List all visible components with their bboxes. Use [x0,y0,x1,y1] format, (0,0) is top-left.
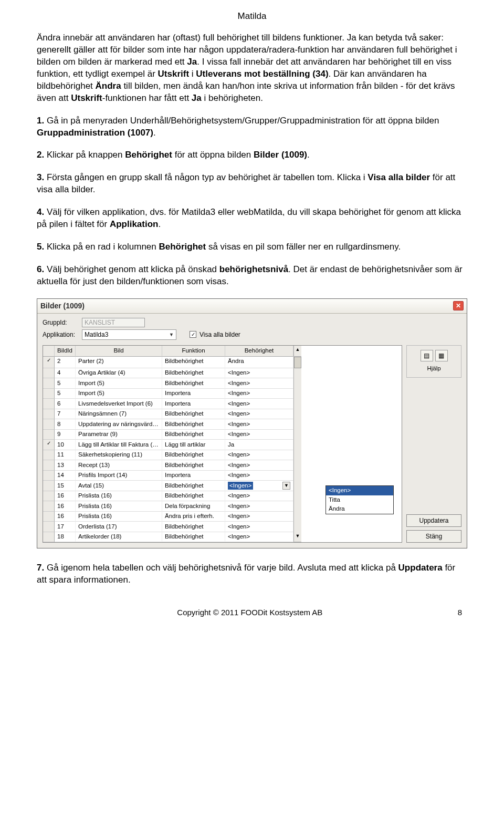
step-num: 6. [37,264,44,274]
titlebar: Bilder (1009) ✕ [37,299,467,314]
scrollbar-track[interactable] [293,409,301,420]
scrollbar-track[interactable] [293,389,301,399]
cell-behorighet-selected[interactable]: <Ingen>▼ [225,481,293,491]
cell-behorighet[interactable]: <Ingen> [225,430,293,440]
checkbox-icon: ✓ [190,331,196,338]
dd-option-titta[interactable]: Titta [326,495,393,505]
scrollbar-track[interactable] [293,357,301,368]
row-check [43,399,55,409]
scroll-down-icon[interactable]: ▼ [293,532,301,543]
scrollbar-track[interactable] [293,501,301,512]
bold: Visa alla bilder [368,172,430,182]
data-grid[interactable]: BildIdBildFunktionBehörighet▲✓2Parter (2… [43,345,402,543]
cell-funktion: Bildbehörighet [162,409,225,420]
cell-behorighet[interactable]: Ändra [225,357,293,368]
cell-bildid: 5 [55,389,76,399]
step-num: 4. [37,207,44,217]
cell-behorighet[interactable]: <Ingen> [225,399,293,409]
row-check [43,512,55,522]
cell-bildid: 8 [55,419,76,430]
cell-behorighet[interactable]: <Ingen> [225,471,293,481]
text: Välj behörighet genom att klicka på önsk… [44,264,219,274]
scrollbar-track[interactable] [293,399,301,409]
text: . [153,128,156,138]
scrollbar-track[interactable] [293,368,301,379]
cell-funktion: Importera [162,389,225,399]
cell-bildid: 6 [55,399,76,409]
cell-funktion: Ändra pris i efterh. [162,512,225,522]
dd-option-ingen[interactable]: <Ingen> [326,486,393,495]
step-6: 6. Välj behörighet genom att klicka på ö… [37,264,467,288]
scroll-up-icon[interactable]: ▲ [293,346,301,357]
cell-bild: Parter (2) [76,357,162,368]
help-label[interactable]: Hjälp [427,365,440,373]
combo-value: Matilda3 [85,330,108,339]
row-check [43,460,55,471]
cell-behorighet[interactable]: <Ingen> [225,522,293,532]
cell-behorighet[interactable]: <Ingen> [225,368,293,379]
scrollbar-track[interactable] [293,378,301,389]
scrollbar-track[interactable] [293,430,301,440]
toolbar-icon-2[interactable]: ▦ [435,350,448,361]
cell-behorighet[interactable]: <Ingen> [225,378,293,389]
page-number: 8 [458,607,462,618]
bold: Applikation [110,219,159,229]
cell-bild: Uppdatering av näringsvärde ( [76,419,162,430]
visa-alla-checkbox[interactable]: ✓ Visa alla bilder [190,330,240,339]
bold: Behörighet [125,150,172,160]
cell-behorighet[interactable]: <Ingen> [225,409,293,420]
close-button[interactable]: ✕ [453,301,464,310]
applikation-combo[interactable]: Matilda3 ▼ [82,329,176,340]
cell-bild: Avtal (15) [76,481,162,491]
step-num: 5. [37,242,44,252]
scrollbar-track[interactable] [293,440,301,450]
cell-behorighet[interactable]: <Ingen> [225,512,293,522]
scrollbar-track[interactable] [293,450,301,461]
cell-behorighet[interactable]: <Ingen> [225,389,293,399]
col-behorighet-header: Behörighet [225,346,293,357]
dd-option-andra[interactable]: Ändra [326,504,393,514]
cell-behorighet[interactable]: Ja [225,440,293,450]
scrollbar-track[interactable] [293,512,301,522]
bold: Gruppadministration (1007) [37,128,153,138]
cell-behorighet[interactable]: <Ingen> [225,491,293,502]
gruppid-label: GruppId: [43,318,82,327]
step-num: 7. [37,563,44,573]
text: Gå in på menyraden Underhåll/Behörighets… [44,116,439,126]
text: . [307,150,310,160]
side-panel: ▤ ▦ Hjälp Uppdatera Stäng [406,345,461,543]
row-check [43,522,55,532]
scrollbar-track[interactable] [293,460,301,471]
applikation-label: Applikation: [43,330,82,339]
cell-funktion: Bildbehörighet [162,419,225,430]
checkbox-label: Visa alla bilder [200,330,240,339]
scrollbar-track[interactable] [293,471,301,481]
gruppid-input [82,318,145,327]
scrollbar-track[interactable] [293,522,301,532]
uppdatera-button[interactable]: Uppdatera [406,514,461,527]
cell-funktion: Lägg till artiklar [162,440,225,450]
cell-behorighet[interactable]: <Ingen> [225,532,293,543]
stang-button[interactable]: Stäng [406,530,461,543]
scrollbar-track[interactable] [293,419,301,430]
row-check [43,491,55,502]
row-check [43,409,55,420]
cell-bild: Näringsämnen (7) [76,409,162,420]
cell-behorighet[interactable]: <Ingen> [225,419,293,430]
row-check [43,450,55,461]
scrollbar-track[interactable] [293,481,301,491]
row-check [43,378,55,389]
cell-behorighet[interactable]: <Ingen> [225,501,293,512]
step-num: 1. [37,116,44,126]
behorighet-dropdown[interactable]: <Ingen> Titta Ändra [326,485,394,514]
cell-funktion: Bildbehörighet [162,491,225,502]
chevron-down-icon[interactable]: ▼ [282,482,290,489]
cell-behorighet[interactable]: <Ingen> [225,460,293,471]
text: Första gången en grupp skall få någon ty… [44,172,368,182]
cell-behorighet[interactable]: <Ingen> [225,450,293,461]
scrollbar-track[interactable] [293,491,301,502]
step-5: 5. Klicka på en rad i kolumnen Behörighe… [37,241,467,253]
cell-funktion: Bildbehörighet [162,368,225,379]
toolbar-icon-1[interactable]: ▤ [421,350,433,361]
cell-bild: Recept (13) [76,460,162,471]
